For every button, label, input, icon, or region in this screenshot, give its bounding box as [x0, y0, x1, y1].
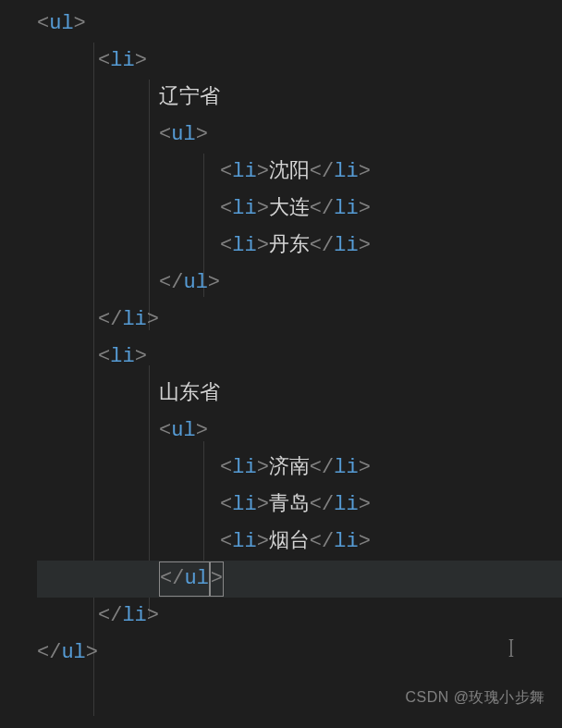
bracket: > [359, 530, 371, 553]
code-line[interactable]: <ul> [37, 117, 562, 154]
bracket: > [135, 49, 147, 72]
text-content: 丹东 [269, 234, 310, 257]
bracket: > [359, 197, 371, 220]
bracket: < [220, 197, 232, 220]
tag-name: li [334, 456, 358, 479]
bracket: > [257, 197, 269, 220]
bracket: </ [310, 234, 334, 257]
bracket: </ [98, 604, 122, 627]
tag-name: li [232, 530, 256, 553]
tag-name: li [232, 160, 256, 183]
bracket: </ [160, 567, 184, 590]
tag-name: ul [61, 641, 85, 664]
bracket: </ [310, 160, 334, 183]
tag-name: li [232, 456, 256, 479]
tag-name: ul [171, 123, 195, 146]
bracket: < [220, 493, 232, 516]
bracket: </ [310, 493, 334, 516]
code-line[interactable]: 山东省 [37, 376, 562, 413]
bracket: < [37, 12, 49, 35]
bracket: < [159, 123, 171, 146]
bracket: > [257, 160, 269, 183]
tag-name: li [232, 197, 256, 220]
text-content: 沈阳 [269, 160, 310, 183]
tag-name: li [110, 49, 134, 72]
code-line[interactable]: <li>丹东</li> [37, 228, 562, 265]
bracket: < [220, 234, 232, 257]
code-line[interactable]: </ul> [37, 635, 562, 672]
tag-name: ul [184, 567, 208, 590]
bracket: > [211, 567, 223, 590]
text-content: 烟台 [269, 530, 310, 553]
code-line[interactable]: <li> [37, 339, 562, 376]
code-line[interactable]: <li>济南</li> [37, 450, 562, 487]
code-line[interactable]: <li> [37, 43, 562, 80]
bracket: > [208, 271, 220, 294]
bracket: < [98, 345, 110, 368]
bracket: > [196, 419, 208, 442]
bracket: > [257, 530, 269, 553]
tag-name: ul [49, 12, 73, 35]
bracket-match-box: </ul [159, 561, 210, 597]
text-content: 大连 [269, 197, 310, 220]
bracket: </ [310, 456, 334, 479]
bracket: > [86, 641, 98, 664]
bracket: </ [310, 530, 334, 553]
code-line[interactable]: <ul> [37, 413, 562, 450]
bracket: > [359, 160, 371, 183]
tag-name: li [334, 493, 358, 516]
bracket: > [74, 12, 86, 35]
bracket: > [359, 456, 371, 479]
bracket: </ [310, 197, 334, 220]
text-content: 济南 [269, 456, 310, 479]
bracket: > [257, 493, 269, 516]
bracket: < [220, 456, 232, 479]
tag-name: li [110, 345, 134, 368]
code-line[interactable]: </li> [37, 302, 562, 339]
text-content: 辽宁省 [159, 86, 220, 109]
tag-name: li [334, 160, 358, 183]
bracket: </ [159, 271, 183, 294]
bracket: > [147, 604, 159, 627]
bracket: > [147, 308, 159, 331]
code-line[interactable]: <ul> [37, 6, 562, 43]
bracket: < [98, 49, 110, 72]
watermark: CSDN @玫瑰小步舞 [405, 679, 545, 716]
tag-name: li [334, 530, 358, 553]
bracket: > [257, 456, 269, 479]
bracket: < [159, 419, 171, 442]
text-cursor-icon: I [508, 629, 514, 666]
code-line[interactable]: <li>烟台</li> [37, 524, 562, 561]
bracket: > [257, 234, 269, 257]
bracket: </ [98, 308, 122, 331]
bracket: > [135, 345, 147, 368]
tag-name: li [232, 234, 256, 257]
tag-name: li [334, 234, 358, 257]
code-line-active[interactable]: </ul> [37, 561, 562, 598]
code-line[interactable]: </ul> [37, 265, 562, 302]
code-line[interactable]: 辽宁省 [37, 80, 562, 117]
tag-name: ul [171, 419, 195, 442]
code-line[interactable]: <li>大连</li> [37, 191, 562, 228]
code-line[interactable]: <li>沈阳</li> [37, 154, 562, 191]
code-editor[interactable]: <ul> <li> 辽宁省 <ul> <li>沈阳</li> <li>大连</l… [0, 0, 562, 672]
code-line[interactable]: </li> [37, 598, 562, 635]
tag-name: li [334, 197, 358, 220]
tag-name: li [122, 604, 146, 627]
tag-name: ul [183, 271, 207, 294]
bracket: < [220, 530, 232, 553]
bracket: </ [37, 641, 61, 664]
bracket: < [220, 160, 232, 183]
bracket: > [196, 123, 208, 146]
code-line[interactable]: <li>青岛</li> [37, 487, 562, 524]
tag-name: li [232, 493, 256, 516]
bracket: > [359, 234, 371, 257]
text-content: 山东省 [159, 382, 220, 405]
bracket: > [359, 493, 371, 516]
tag-name: li [122, 308, 146, 331]
bracket-match-box: > [210, 561, 224, 597]
text-content: 青岛 [269, 493, 310, 516]
